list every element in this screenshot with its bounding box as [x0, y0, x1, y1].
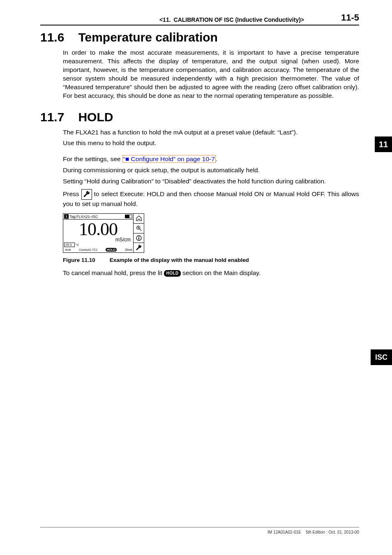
isc-tab: ISC	[371, 349, 392, 365]
wrench-icon	[81, 189, 92, 200]
figure-label: Figure 11.10	[63, 257, 108, 263]
text-span: .	[216, 155, 217, 162]
text-span: For the settings, see	[63, 155, 122, 162]
section-title: Temperature calibration	[78, 30, 218, 44]
svg-rect-3	[138, 238, 139, 240]
figure-caption: Figure 11.10 Example of the display with…	[63, 257, 359, 263]
body-paragraph: Press to select Execute: HOLD and then c…	[63, 189, 359, 208]
text-span: Press	[63, 190, 81, 197]
body-paragraph: Use this menu to hold the output.	[63, 139, 359, 148]
header-page-number: 11-5	[341, 12, 359, 23]
home-icon	[134, 214, 144, 224]
info-icon	[134, 234, 144, 243]
section-number: 11.7	[40, 110, 64, 124]
body-paragraph: Setting “Hold during Calibration” to “Di…	[63, 177, 359, 186]
body-paragraph: In order to make the most accurate measu…	[63, 49, 359, 100]
device-signal-name: Conduct1-TC1	[79, 248, 98, 251]
device-screenshot: 1 Tag:FLXA21–ISC 10.00 mS/cm 25.0 °C 4mA	[63, 213, 144, 253]
footer-doc: IM 12A01A02-01E	[267, 530, 301, 534]
text-span: to select Execute: HOLD and then choose …	[63, 190, 359, 207]
page-footer: IM 12A01A02-01E 5th Edition : Oct. 31, 2…	[40, 527, 359, 534]
page-header: <11. CALIBRATION OF ISC (Inductive Condu…	[40, 12, 359, 25]
device-temp-unit: °C	[76, 243, 79, 247]
device-low-ma: 4mA	[65, 248, 71, 251]
body-paragraph: For the settings, see “■ Configure Hold”…	[63, 155, 359, 164]
zoom-icon	[134, 224, 144, 234]
svg-point-2	[138, 236, 139, 237]
figure: 1 Tag:FLXA21–ISC 10.00 mS/cm 25.0 °C 4mA	[63, 213, 359, 263]
device-high-ma: 20mA	[125, 248, 132, 251]
device-hold-badge: HOLD	[106, 248, 117, 252]
text-span: To cancel manual hold, press the lit	[63, 269, 164, 276]
device-tag: Tag:FLXA21–ISC	[69, 215, 124, 219]
device-value: 10.00	[63, 220, 133, 238]
section-number: 11.6	[40, 30, 64, 44]
chapter-tab: 11	[375, 136, 392, 152]
figure-caption-text: Example of the display with the manual h…	[110, 257, 249, 263]
crossref-link[interactable]: “■ Configure Hold” on page 10-7	[122, 155, 216, 163]
text-span: section on the Main display.	[181, 269, 261, 276]
device-temp: 25.0	[64, 243, 75, 247]
body-paragraph: During commissioning or quick setup, the…	[63, 166, 359, 175]
body-paragraph: To cancel manual hold, press the lit HOL…	[63, 269, 359, 278]
header-chapter-title: <11. CALIBRATION OF ISC (Inductive Condu…	[122, 16, 341, 23]
section-title: HOLD	[78, 110, 113, 124]
sensor-number-icon: 1	[64, 214, 69, 219]
wrench-icon	[134, 243, 144, 252]
hold-chip-icon: HOLD	[164, 270, 180, 277]
body-paragraph: The FLXA21 has a function to hold the mA…	[63, 128, 359, 137]
footer-edition: 5th Edition : Oct. 31, 2013-00	[306, 530, 359, 534]
battery-icon	[125, 215, 132, 218]
